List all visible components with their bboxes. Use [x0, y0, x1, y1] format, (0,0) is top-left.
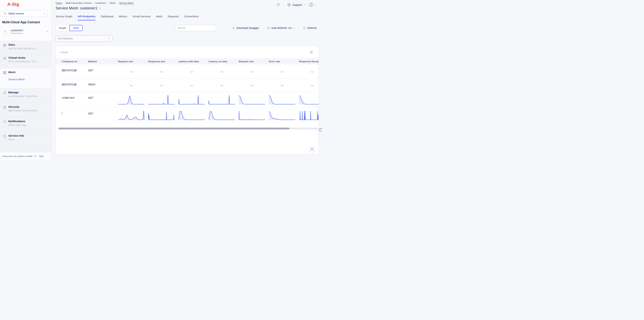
- column-header-request-rate[interactable]: Request rate: [239, 60, 269, 63]
- cell-request-rate: —: [239, 70, 265, 73]
- sidebar-item-sites[interactable]: SitesApp Site Map, App Site List, ...: [0, 41, 51, 54]
- tab-api-endpoints[interactable]: API Endpoints: [78, 15, 96, 20]
- sidebar-item-subtitle: About: [8, 138, 48, 141]
- cell-response-throughput: —: [299, 84, 319, 87]
- endpoint-filter-value: All Endpoints: [58, 37, 108, 40]
- tab-service-graph[interactable]: Service Graph: [56, 15, 72, 20]
- view-toggle: GraphTable: [56, 25, 82, 31]
- cell-latency-no-data: [208, 110, 239, 121]
- view-toggle-graph[interactable]: Graph: [56, 25, 69, 31]
- tab-connections[interactable]: Connections: [184, 15, 199, 20]
- download-swagger-button[interactable]: Download Swagger: [232, 26, 259, 29]
- sidebar-item-security[interactable]: SecurityApp Firewall, Service Policie...: [0, 103, 51, 117]
- sidebar-item-subtitle: Alerts, Audit Logs: [8, 124, 48, 126]
- cell-latency-with-data: [178, 110, 208, 121]
- advanced-nav-label: Advanced nav options visible: [2, 155, 32, 158]
- tab-requests[interactable]: Requests: [168, 15, 179, 20]
- sidebar-item-subtitle: App Site Map, App Site List, ...: [8, 47, 48, 50]
- chevron-down-icon: [46, 30, 49, 33]
- column-header-response-size[interactable]: Response size: [148, 60, 178, 63]
- support-label: Support: [292, 3, 302, 6]
- bell-icon: [3, 120, 6, 124]
- tab-metrics[interactable]: Metrics: [119, 15, 127, 20]
- cell-method: GET: [88, 92, 118, 108]
- table-row[interactable]: $$STATIC$$HEAD———————: [56, 78, 319, 92]
- breadcrumb-item[interactable]: Service Mesh: [119, 2, 134, 4]
- namespace-selector[interactable]: C customer1 Namespace: [0, 26, 51, 37]
- cell-latency-no-data: —: [208, 84, 235, 87]
- sidebar-item-service-info[interactable]: Service InfoAbout: [0, 132, 51, 146]
- sidebar-item-title: Virtual Hosts: [8, 56, 48, 59]
- view-toggle-table[interactable]: Table: [69, 25, 82, 31]
- horizontal-scrollbar-track[interactable]: [58, 128, 318, 129]
- namespace-name: customer1: [11, 28, 46, 32]
- sidebar-item-title: Service Info: [8, 134, 48, 137]
- cell-error-rate: [269, 95, 299, 105]
- wrench-icon: [3, 91, 6, 95]
- product-title: Multi-Cloud App Connect: [2, 20, 40, 24]
- sidebar-item-manage[interactable]: ManageLoad Balancers, Virtual Host...: [0, 88, 51, 103]
- sidebar-item-mesh[interactable]: MeshService Mesh: [0, 68, 51, 88]
- column-header-error-rate[interactable]: Error rate: [269, 60, 299, 63]
- column-header-latency-no-data[interactable]: Latency no data: [208, 60, 239, 63]
- mesh-icon: [310, 147, 314, 151]
- clock-icon: [267, 26, 270, 29]
- breadcrumb-item[interactable]: customer1: [95, 2, 106, 4]
- cell-error-rate: —: [269, 70, 295, 73]
- items-count: 4 items: [60, 51, 310, 54]
- cell-request-size: [118, 110, 148, 121]
- cell-request-rate: [239, 110, 269, 121]
- horizontal-scrollbar-thumb[interactable]: [58, 128, 290, 129]
- select-service-label: Select service: [8, 12, 43, 15]
- chevron-down-icon[interactable]: [99, 7, 101, 9]
- breadcrumb-separator: ›: [117, 2, 118, 4]
- search-input[interactable]: [175, 25, 216, 31]
- breadcrumb-separator: ›: [93, 2, 94, 4]
- sidebar-item-subtitle: Load Balancers, Virtual Host...: [8, 95, 48, 97]
- refresh-icon: [303, 26, 306, 29]
- tab-virtual-services[interactable]: Virtual Services: [132, 15, 150, 20]
- sidebar-item-virtual-hosts[interactable]: Virtual HostsHTTP Load Balancers, TCP ..…: [0, 54, 51, 68]
- sidebar-link-service-mesh[interactable]: Service Mesh: [8, 78, 48, 81]
- help-button[interactable]: ?: [317, 126, 322, 134]
- cell-error-rate: —: [269, 84, 295, 87]
- tab-dashboard[interactable]: Dashboard: [101, 15, 114, 20]
- column-header-request-size[interactable]: Request size: [118, 60, 148, 63]
- sidebar-item-title: Manage: [8, 91, 48, 94]
- sidebar-item-subtitle: App Firewall, Service Policie...: [8, 109, 48, 112]
- chevron-down-icon: [43, 12, 45, 15]
- lifebuoy-icon: [287, 3, 291, 7]
- refresh-button[interactable]: Refresh: [303, 26, 316, 29]
- column-header-method[interactable]: Method: [88, 60, 118, 63]
- notification-bell-icon[interactable]: [276, 3, 280, 7]
- hide-nav-button[interactable]: Hide: [39, 155, 44, 158]
- user-menu[interactable]: [309, 2, 316, 7]
- sidebar-item-notifications[interactable]: NotificationsAlerts, Audit Logs: [0, 117, 51, 132]
- mesh-view-button[interactable]: [309, 146, 314, 152]
- breadcrumb-item[interactable]: Home: [56, 2, 62, 4]
- breadcrumb-item[interactable]: Multi-Cloud App Connect: [66, 2, 92, 4]
- cell-request-rate: —: [239, 84, 265, 87]
- table-row[interactable]: /GET: [56, 108, 319, 123]
- table-row[interactable]: /128B.htmlGET: [56, 92, 319, 108]
- tab-alerts[interactable]: Alerts: [156, 15, 162, 20]
- tab-bar: Service GraphAPI EndpointsDashboardMetri…: [56, 15, 322, 20]
- table-row[interactable]: $$STATIC$$GET———————: [56, 64, 319, 78]
- cell-method: GET: [88, 108, 118, 123]
- column-header-response-throughput[interactable]: Response throughput: [299, 60, 319, 63]
- chevron-down-icon: [304, 4, 306, 6]
- main-content: Home›Multi-Cloud App Connect›customer1›M…: [52, 0, 322, 160]
- cell-latency-no-data: [208, 95, 239, 105]
- table-settings-gear-icon[interactable]: [310, 50, 313, 54]
- support-menu[interactable]: Support: [287, 3, 306, 7]
- namespace-type-label: Namespace: [11, 32, 46, 34]
- cell-request-size: —: [118, 70, 144, 73]
- breadcrumb-item[interactable]: Mesh: [110, 2, 116, 4]
- select-service-dropdown[interactable]: Select service: [2, 10, 47, 16]
- endpoint-filter-dropdown[interactable]: All Endpoints: [56, 35, 112, 41]
- column-header-collapsed-url[interactable]: Collapsed url: [62, 60, 88, 63]
- auto-refresh-dropdown[interactable]: Auto-Refresh: 1m: [267, 26, 296, 29]
- cell-latency-no-data: —: [208, 70, 235, 73]
- column-header-latency-with-data[interactable]: Latency with data: [178, 60, 208, 63]
- load-balancer-icon: [3, 56, 6, 60]
